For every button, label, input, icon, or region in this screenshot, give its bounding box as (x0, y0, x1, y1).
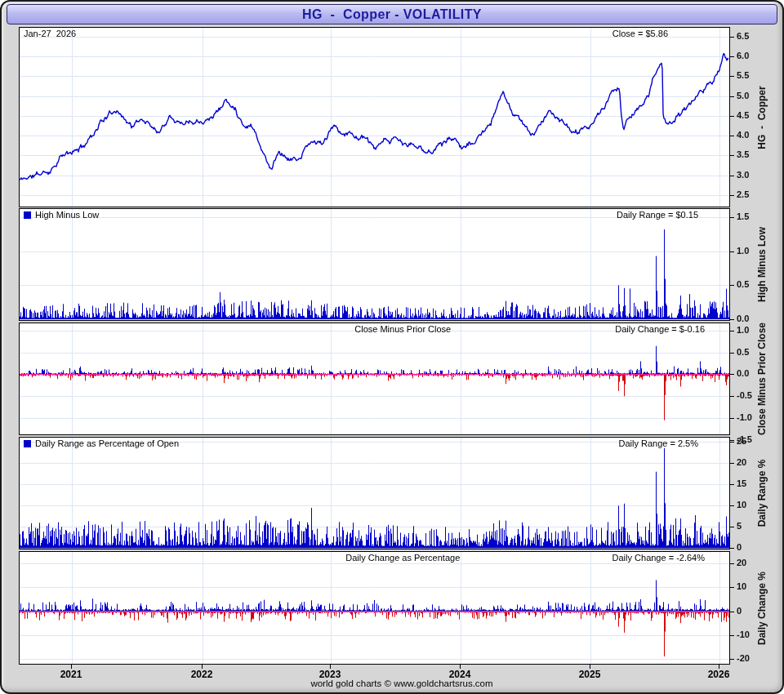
price-tick (730, 56, 734, 57)
daily-range-pct-tick-label: 15 (737, 479, 746, 488)
daily-change-pct-tick-label: -10 (737, 630, 750, 639)
x-axis-layer: 202120222023202420252026 (2, 2, 782, 692)
price-tick (730, 96, 734, 97)
close-minus-prior-close-tick-label: -1.5 (737, 435, 752, 444)
close-minus-prior-close-annotation: Daily Change = $-0.16 (615, 324, 705, 335)
high-minus-low-tick (730, 217, 734, 218)
close-minus-prior-close-tick (730, 396, 734, 397)
price-tick-label: 3.0 (737, 171, 749, 180)
price-tick-label: 6.5 (737, 32, 749, 41)
daily-range-pct-legend-label: Daily Range as Percentage of Open (35, 438, 179, 448)
daily-change-pct-tick-label: 20 (737, 558, 746, 567)
daily-change-pct-tick-label: -20 (737, 654, 750, 663)
close-minus-prior-close-tick (730, 331, 734, 331)
price-tick-label: 5.5 (737, 71, 749, 80)
price-tick (730, 176, 734, 176)
daily-range-pct-annotation: Daily Range = 2.5% (618, 438, 698, 449)
year-tick (460, 665, 461, 669)
close-minus-prior-close-tick-label: 0.5 (737, 348, 749, 357)
price-tick (730, 76, 734, 77)
year-tick (590, 665, 590, 669)
high-minus-low-legend-label: High Minus Low (35, 210, 99, 220)
close-minus-prior-close-tick (730, 418, 734, 419)
daily-change-pct-tick-label: 0 (737, 607, 742, 616)
daily-range-pct-tick (730, 484, 734, 485)
high-minus-low-axis-title: High Minus Low (756, 227, 768, 302)
high-minus-low-canvas (20, 209, 729, 320)
high-minus-low-legend: High Minus Low (24, 210, 99, 220)
daily-change-pct-canvas (20, 552, 729, 664)
daily-change-pct-tick-label: 10 (737, 582, 746, 591)
daily-range-pct-tick (730, 442, 734, 443)
price-date-label: Jan-27 2026 (24, 29, 76, 39)
daily-change-pct-axis-title: Daily Change % (756, 572, 768, 645)
price-tick (730, 136, 734, 136)
year-tick (202, 665, 203, 669)
daily-range-pct-tick (730, 505, 734, 506)
price-tick (730, 116, 734, 117)
daily-range-pct-tick-label: 5 (737, 522, 742, 531)
price-tick-label: 3.5 (737, 150, 749, 159)
price-tick (730, 37, 734, 38)
daily-change-pct-tick (730, 612, 734, 612)
daily-range-pct-panel: Daily Range as Percentage of OpenDaily R… (19, 437, 730, 549)
chart-title: HG - Copper - VOLATILITY (302, 7, 482, 22)
price-tick (730, 155, 734, 156)
daily-range-pct-axis-title: Daily Range % (756, 460, 768, 527)
high-minus-low-annotation: Daily Range = $0.15 (617, 210, 698, 220)
year-tick (719, 665, 719, 669)
price-tick-label: 4.5 (737, 111, 749, 120)
daily-range-pct-legend: Daily Range as Percentage of Open (24, 438, 179, 449)
price-annotation: Close = $5.86 (612, 29, 668, 39)
price-canvas (20, 28, 729, 207)
close-minus-prior-close-panel: Close Minus Prior CloseDaily Change = $-… (19, 323, 730, 435)
plot-area: Jan-27 2026Close = $5.86High Minus LowDa… (2, 2, 782, 692)
close-minus-prior-close-title: Close Minus Prior Close (354, 324, 451, 335)
daily-range-pct-tick-label: 25 (737, 437, 746, 446)
daily-change-pct-tick (730, 659, 734, 660)
daily-range-pct-tick-label: 0 (737, 543, 742, 552)
daily-range-pct-legend-swatch-icon (24, 440, 31, 447)
chart-frame: HG - Copper - VOLATILITY Jan-27 2026Clos… (0, 0, 784, 694)
high-minus-low-legend-swatch-icon (24, 211, 31, 219)
high-minus-low-tick (730, 285, 734, 286)
price-tick-label: 5.0 (737, 91, 749, 100)
high-minus-low-tick-label: 0.5 (737, 280, 749, 289)
close-minus-prior-close-canvas (20, 323, 729, 434)
daily-range-pct-tick (730, 548, 734, 549)
close-minus-prior-close-axis-title: Close Minus Prior Close (756, 323, 768, 435)
daily-range-pct-tick-label: 10 (737, 500, 746, 509)
close-minus-prior-close-tick (730, 440, 734, 441)
year-tick (330, 665, 331, 669)
close-minus-prior-close-tick (730, 353, 734, 354)
close-minus-prior-close-tick-label: 1.0 (737, 326, 749, 335)
daily-range-pct-tick-label: 20 (737, 458, 746, 467)
footer-credit: world gold charts © www.goldchartsrus.co… (2, 678, 782, 688)
close-minus-prior-close-tick (730, 374, 734, 375)
price-tick (730, 195, 734, 196)
daily-change-pct-tick (730, 635, 734, 636)
year-tick (71, 665, 72, 669)
close-minus-prior-close-tick-label: -1.0 (737, 413, 752, 422)
close-minus-prior-close-tick-label: -0.5 (737, 391, 752, 400)
daily-change-pct-title: Daily Change as Percentage (345, 553, 460, 563)
daily-change-pct-annotation: Daily Change = -2.64% (612, 553, 705, 563)
high-minus-low-tick (730, 251, 734, 252)
price-tick-label: 2.5 (737, 190, 749, 199)
high-minus-low-tick-label: 1.0 (737, 247, 749, 256)
chart-title-bar: HG - Copper - VOLATILITY (7, 4, 777, 24)
daily-change-pct-panel: Daily Change as PercentageDaily Change =… (19, 551, 730, 665)
price-tick-label: 6.0 (737, 51, 749, 60)
daily-range-pct-tick (730, 527, 734, 527)
high-minus-low-tick-label: 1.5 (737, 212, 749, 221)
high-minus-low-tick-label: 0.0 (737, 314, 749, 323)
high-minus-low-panel: High Minus LowDaily Range = $0.15 (19, 208, 730, 321)
daily-range-pct-canvas (20, 438, 729, 549)
high-minus-low-tick (730, 319, 734, 320)
price-panel: Jan-27 2026Close = $5.86 (19, 27, 730, 207)
price-tick-label: 4.0 (737, 131, 749, 140)
daily-change-pct-tick (730, 563, 734, 564)
price-axis-title: HG - Copper (756, 86, 768, 149)
close-minus-prior-close-tick-label: 0.0 (737, 369, 749, 378)
daily-range-pct-tick (730, 463, 734, 464)
